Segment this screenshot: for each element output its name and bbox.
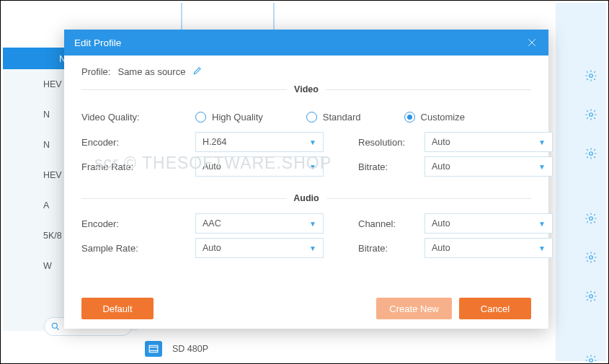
close-button[interactable] [525,36,538,49]
svg-point-6 [590,256,593,259]
profile-value: Same as source [117,66,185,77]
video-encoder-label: Encoder: [81,137,195,148]
gear-icon[interactable] [584,108,597,121]
video-quality-label: Video Quality: [81,112,195,123]
svg-point-5 [590,217,593,221]
gear-icon[interactable] [584,354,597,364]
svg-point-2 [590,74,593,78]
gear-icon[interactable] [584,251,597,264]
gear-icon[interactable] [584,212,597,225]
resolution-label: Resolution: [324,137,424,148]
cancel-button[interactable]: Cancel [459,298,531,319]
active-tab-indicator [181,3,275,33]
resolution-select[interactable]: Auto▼ [424,132,553,152]
audio-bitrate-select[interactable]: Auto▼ [424,238,553,258]
svg-point-3 [590,113,593,117]
chevron-down-icon: ▼ [538,163,546,171]
chevron-down-icon: ▼ [538,138,546,146]
svg-point-0 [52,323,57,328]
format-row[interactable]: SD 480P [145,339,554,359]
chevron-down-icon: ▼ [309,244,316,252]
profile-label: Profile: [81,66,110,77]
gear-icon[interactable] [584,69,597,82]
svg-point-7 [590,295,593,298]
chevron-down-icon: ▼ [538,244,546,252]
dialog-title: Edit Profile [74,37,121,48]
channel-label: Channel: [324,218,424,229]
edit-profile-dialog: Edit Profile Profile: Same as source Vid… [64,30,548,329]
radio-customize[interactable]: Customize [404,112,465,123]
right-gear-strip [556,3,606,361]
svg-rect-9 [149,345,158,352]
close-icon [527,37,537,48]
chevron-down-icon: ▼ [309,138,316,146]
svg-line-1 [57,328,59,330]
channel-select[interactable]: Auto▼ [424,213,553,234]
video-encoder-select[interactable]: H.264▼ [195,132,324,152]
gear-icon[interactable] [584,290,597,303]
samplerate-select[interactable]: Auto▼ [195,238,324,258]
format-label: SD 480P [172,344,208,354]
audio-encoder-select[interactable]: AAC▼ [195,213,324,234]
gear-icon[interactable] [584,147,597,160]
audio-section-divider: Audio [81,192,531,203]
video-bitrate-label: Bitrate: [324,161,424,172]
search-icon [50,321,61,332]
video-section-divider: Video [81,84,531,94]
radio-high-quality[interactable]: High Quality [195,112,263,123]
chevron-down-icon: ▼ [538,220,546,228]
svg-point-4 [590,152,593,156]
framerate-select[interactable]: Auto▼ [195,156,324,177]
audio-bitrate-label: Bitrate: [324,243,424,254]
chevron-down-icon: ▼ [309,163,316,171]
film-icon [145,341,162,357]
framerate-label: Frame Rate: [81,161,195,172]
create-new-button[interactable]: Create New [376,298,452,319]
samplerate-label: Sample Rate: [81,243,195,254]
dialog-header: Edit Profile [64,30,548,56]
edit-profile-name-button[interactable] [192,66,203,78]
dialog-footer: Default Create New Cancel [64,288,548,329]
default-button[interactable]: Default [81,298,154,319]
radio-standard[interactable]: Standard [306,112,361,123]
video-bitrate-select[interactable]: Auto▼ [424,156,553,177]
chevron-down-icon: ▼ [309,220,316,228]
svg-point-8 [590,359,593,363]
audio-encoder-label: Encoder: [81,218,195,229]
pencil-icon [192,66,203,76]
